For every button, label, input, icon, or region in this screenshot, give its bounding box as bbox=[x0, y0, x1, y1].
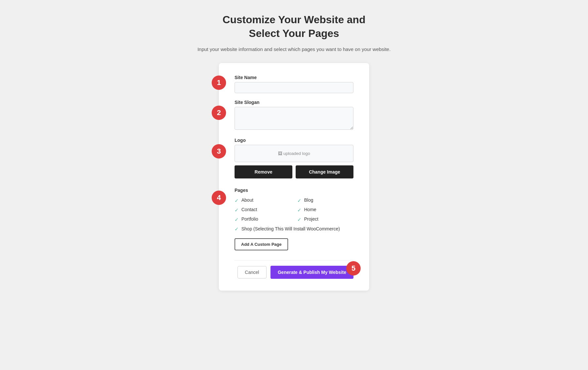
page-title: Customize Your Website andSelect Your Pa… bbox=[197, 13, 390, 40]
page-item-portfolio[interactable]: ✓ Portfolio bbox=[235, 216, 291, 223]
page-item-home[interactable]: ✓ Home bbox=[297, 207, 353, 213]
page-subtitle: Input your website information and selec… bbox=[197, 45, 390, 53]
main-card: Site Name Site Slogan Logo 🖼 uploaded lo… bbox=[219, 63, 369, 291]
step-badge-1: 1 bbox=[212, 76, 226, 90]
page-label-contact: Contact bbox=[241, 207, 257, 212]
page-item-contact[interactable]: ✓ Contact bbox=[235, 207, 291, 213]
change-image-button[interactable]: Change Image bbox=[296, 165, 353, 178]
logo-preview: 🖼 uploaded logo bbox=[235, 145, 353, 162]
page-label-shop: Shop (Selecting This Will Install WooCom… bbox=[241, 226, 340, 232]
remove-button[interactable]: Remove bbox=[235, 165, 292, 178]
pages-section: Pages ✓ About ✓ Blog ✓ Contact ✓ Home bbox=[235, 188, 353, 250]
pages-label: Pages bbox=[235, 188, 353, 193]
check-icon-project: ✓ bbox=[297, 217, 302, 223]
cancel-button[interactable]: Cancel bbox=[237, 266, 267, 278]
step-badge-4: 4 bbox=[212, 191, 226, 205]
check-icon-home: ✓ bbox=[297, 207, 302, 213]
page-header: Customize Your Website andSelect Your Pa… bbox=[197, 13, 390, 53]
add-custom-page-button[interactable]: Add A Custom Page bbox=[235, 238, 288, 250]
step-badge-2: 2 bbox=[212, 106, 226, 120]
pages-grid: ✓ About ✓ Blog ✓ Contact ✓ Home ✓ bbox=[235, 197, 353, 232]
site-name-input[interactable] bbox=[235, 82, 353, 93]
page-label-project: Project bbox=[304, 216, 318, 222]
page-label-about: About bbox=[241, 197, 253, 203]
page-item-project[interactable]: ✓ Project bbox=[297, 216, 353, 223]
page-label-home: Home bbox=[304, 207, 316, 212]
page-label-portfolio: Portfolio bbox=[241, 216, 258, 222]
card-footer: Cancel Generate & Publish My Website 5 bbox=[235, 260, 353, 279]
check-icon-about: ✓ bbox=[235, 198, 239, 204]
page-item-about[interactable]: ✓ About bbox=[235, 197, 291, 204]
step-badge-3: 3 bbox=[212, 144, 226, 159]
site-slogan-group: Site Slogan bbox=[235, 100, 353, 131]
logo-group: Logo 🖼 uploaded logo Remove Change Image bbox=[235, 138, 353, 178]
site-slogan-label: Site Slogan bbox=[235, 100, 353, 105]
logo-buttons: Remove Change Image bbox=[235, 165, 353, 178]
check-icon-contact: ✓ bbox=[235, 207, 239, 213]
step-badge-5: 5 bbox=[346, 261, 361, 276]
site-slogan-input[interactable] bbox=[235, 107, 353, 130]
page-label-blog: Blog bbox=[304, 197, 313, 203]
logo-preview-text: 🖼 uploaded logo bbox=[278, 151, 310, 156]
check-icon-portfolio: ✓ bbox=[235, 217, 239, 223]
page-item-shop[interactable]: ✓ Shop (Selecting This Will Install WooC… bbox=[235, 226, 353, 232]
logo-label: Logo bbox=[235, 138, 353, 143]
publish-button[interactable]: Generate & Publish My Website bbox=[270, 266, 353, 279]
page-item-blog[interactable]: ✓ Blog bbox=[297, 197, 353, 204]
site-name-group: Site Name bbox=[235, 75, 353, 93]
check-icon-blog: ✓ bbox=[297, 198, 302, 204]
check-icon-shop: ✓ bbox=[235, 226, 239, 232]
site-name-label: Site Name bbox=[235, 75, 353, 80]
